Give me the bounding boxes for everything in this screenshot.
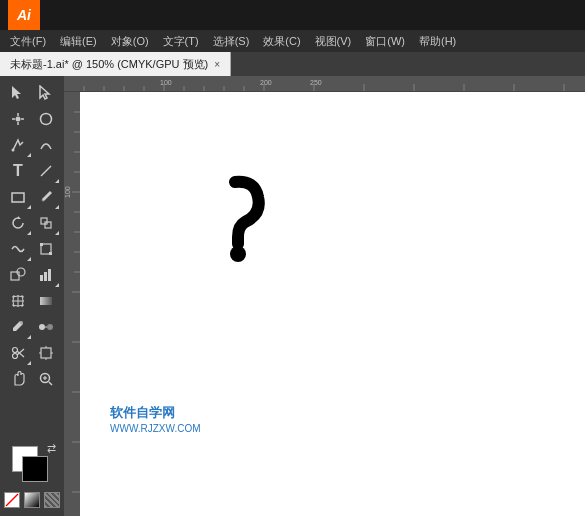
tool-row-3 xyxy=(0,132,64,158)
svg-line-38 xyxy=(49,382,52,385)
rectangle-tool[interactable] xyxy=(4,184,32,210)
svg-point-7 xyxy=(12,149,15,152)
title-bar: Ai xyxy=(0,0,585,30)
swap-colors-icon[interactable]: ⇄ xyxy=(47,442,56,455)
toolbar: T xyxy=(0,76,64,516)
ruler-left: 100 xyxy=(64,92,80,516)
pen-tool[interactable] xyxy=(4,132,32,158)
tool-row-5 xyxy=(0,184,64,210)
svg-point-6 xyxy=(16,117,21,122)
watermark-line1: 软件自学网 xyxy=(110,404,201,422)
svg-point-24 xyxy=(20,321,23,324)
svg-rect-9 xyxy=(12,193,24,202)
svg-rect-42 xyxy=(64,76,585,92)
curvature-tool[interactable] xyxy=(32,132,60,158)
svg-rect-63 xyxy=(64,92,80,516)
svg-point-29 xyxy=(13,348,18,353)
tool-row-10 xyxy=(0,314,64,340)
svg-rect-18 xyxy=(40,275,43,281)
svg-point-25 xyxy=(39,324,45,330)
canvas-area[interactable]: 100 200 250 xyxy=(64,76,585,516)
rotate-tool[interactable] xyxy=(4,210,32,236)
line-segment-tool[interactable] xyxy=(32,158,60,184)
tab-label: 未标题-1.ai* @ 150% (CMYK/GPU 预览) xyxy=(10,57,208,72)
svg-text:100: 100 xyxy=(160,79,172,86)
tool-row-8 xyxy=(0,262,64,288)
main-area: T xyxy=(0,76,585,516)
menu-bar: 文件(F)编辑(E)对象(O)文字(T)选择(S)效果(C)视图(V)窗口(W)… xyxy=(0,30,585,52)
artboard-tool[interactable] xyxy=(32,340,60,366)
warp-tool[interactable] xyxy=(4,236,32,262)
fill-stroke-area[interactable]: ⇄ xyxy=(12,446,52,486)
direct-select-tool[interactable] xyxy=(32,80,60,106)
svg-marker-10 xyxy=(18,216,21,219)
menu-item-e[interactable]: 编辑(E) xyxy=(54,32,103,51)
menu-item-c[interactable]: 效果(C) xyxy=(257,32,306,51)
eyedropper-tool[interactable] xyxy=(4,314,32,340)
free-transform-tool[interactable] xyxy=(32,236,60,262)
active-tab[interactable]: 未标题-1.ai* @ 150% (CMYK/GPU 预览) × xyxy=(0,52,231,76)
tab-bar: 未标题-1.ai* @ 150% (CMYK/GPU 预览) × xyxy=(0,52,585,76)
svg-line-8 xyxy=(41,166,51,176)
hand-tool[interactable] xyxy=(4,366,32,392)
blend-tool[interactable] xyxy=(32,314,60,340)
svg-rect-20 xyxy=(48,269,51,281)
stroke-color-box[interactable] xyxy=(22,456,48,482)
menu-item-v[interactable]: 视图(V) xyxy=(309,32,358,51)
svg-rect-12 xyxy=(45,222,51,228)
paintbrush-tool[interactable] xyxy=(32,184,60,210)
menu-item-o[interactable]: 对象(O) xyxy=(105,32,155,51)
ai-logo: Ai xyxy=(8,0,40,30)
pattern-swatch[interactable] xyxy=(44,492,60,508)
zoom-tool[interactable] xyxy=(32,366,60,392)
menu-item-w[interactable]: 窗口(W) xyxy=(359,32,411,51)
svg-point-26 xyxy=(47,324,53,330)
watermark-line2: WWW.RJZXW.COM xyxy=(110,422,201,436)
scale-tool[interactable] xyxy=(32,210,60,236)
svg-rect-32 xyxy=(41,348,51,358)
color-section: ⇄ xyxy=(0,442,64,512)
svg-text:200: 200 xyxy=(260,79,272,86)
none-swatch[interactable] xyxy=(4,492,20,508)
menu-item-h[interactable]: 帮助(H) xyxy=(413,32,462,51)
svg-text:250: 250 xyxy=(310,79,322,86)
tool-row-2 xyxy=(0,106,64,132)
scissors-tool[interactable] xyxy=(4,340,32,366)
lasso-tool[interactable] xyxy=(32,106,60,132)
svg-marker-1 xyxy=(40,86,49,99)
svg-point-79 xyxy=(230,246,246,262)
canvas-document: 软件自学网 WWW.RJZXW.COM xyxy=(80,92,585,516)
svg-rect-19 xyxy=(44,272,47,281)
menu-item-t[interactable]: 文字(T) xyxy=(157,32,205,51)
magic-wand-tool[interactable] xyxy=(4,106,32,132)
shape-builder-tool[interactable] xyxy=(4,262,32,288)
svg-rect-15 xyxy=(49,252,52,255)
gradient-swatch[interactable] xyxy=(24,492,40,508)
gradient-tool[interactable] xyxy=(32,288,60,314)
svg-rect-11 xyxy=(41,218,47,224)
tool-row-1 xyxy=(0,80,64,106)
tool-row-11 xyxy=(0,340,64,366)
select-tool[interactable] xyxy=(4,80,32,106)
type-tool[interactable]: T xyxy=(4,158,32,184)
ruler-top: 100 200 250 xyxy=(64,76,585,92)
watermark: 软件自学网 WWW.RJZXW.COM xyxy=(110,404,201,436)
svg-rect-23 xyxy=(40,297,52,305)
drawn-path xyxy=(200,172,280,275)
mesh-tool[interactable] xyxy=(4,288,32,314)
tool-row-12 xyxy=(0,366,64,392)
svg-point-28 xyxy=(13,354,18,359)
svg-rect-14 xyxy=(40,243,43,246)
menu-item-s[interactable]: 选择(S) xyxy=(207,32,256,51)
tab-close-button[interactable]: × xyxy=(214,59,220,70)
graph-tool[interactable] xyxy=(32,262,60,288)
menu-item-f[interactable]: 文件(F) xyxy=(4,32,52,51)
svg-text:100: 100 xyxy=(64,186,71,198)
color-indicators xyxy=(4,492,60,508)
svg-line-41 xyxy=(6,494,18,506)
tool-row-6 xyxy=(0,210,64,236)
tool-row-9 xyxy=(0,288,64,314)
tool-row-4: T xyxy=(0,158,64,184)
svg-marker-0 xyxy=(12,86,21,99)
tool-row-7 xyxy=(0,236,64,262)
